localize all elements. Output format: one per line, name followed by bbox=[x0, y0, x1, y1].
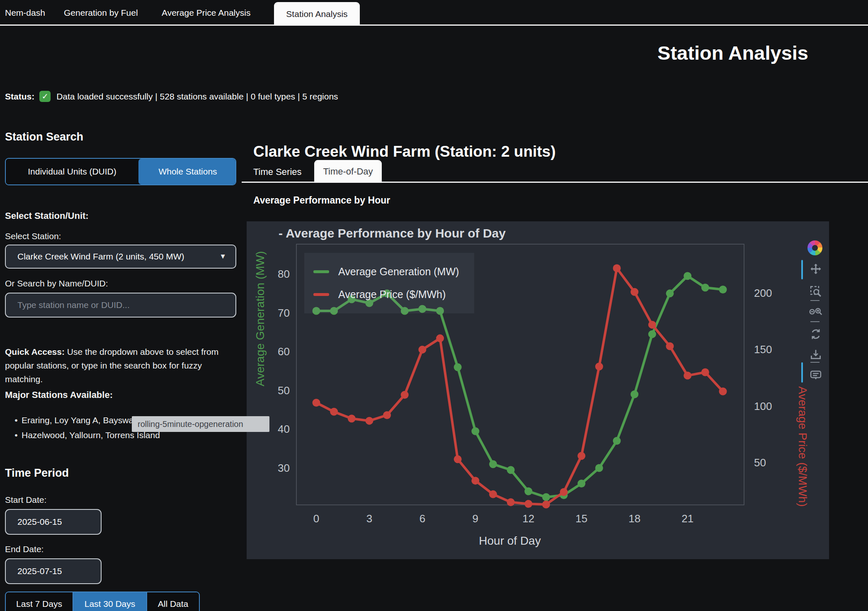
autoscale-icon[interactable] bbox=[807, 326, 824, 342]
date-range-buttons: Last 7 Days Last 30 Days All Data bbox=[5, 592, 200, 611]
svg-text:30: 30 bbox=[278, 462, 290, 474]
svg-text:6: 6 bbox=[419, 512, 425, 525]
svg-text:200: 200 bbox=[754, 287, 772, 299]
section-label: Average Performance by Hour bbox=[253, 195, 390, 206]
modebar-divider bbox=[810, 300, 820, 301]
legend-item-price[interactable]: Average Price ($/MWh) bbox=[313, 289, 474, 301]
chart-legend: Average Generation (MW) Average Price ($… bbox=[304, 253, 474, 313]
modebar-divider bbox=[810, 362, 820, 363]
status-label: Status: bbox=[5, 92, 34, 102]
hover-tooltip: rolling-5minute-opgeneration bbox=[132, 416, 269, 432]
svg-text:21: 21 bbox=[681, 512, 693, 525]
chevron-down-icon: ▼ bbox=[219, 252, 226, 261]
hover-toggle-icon[interactable] bbox=[807, 367, 824, 384]
generation-line-swatch bbox=[313, 270, 329, 273]
legend-label: Average Price ($/MWh) bbox=[338, 289, 446, 301]
quick-access-note: Quick Access: Use the dropdown above to … bbox=[5, 345, 237, 386]
tab-time-of-day[interactable]: Time-of-Day bbox=[314, 160, 382, 183]
zoom-out-icon[interactable] bbox=[807, 303, 824, 320]
end-date-input[interactable] bbox=[5, 558, 102, 584]
station-heading: Clarke Creek Wind Farm (Station: 2 units… bbox=[253, 143, 556, 160]
check-icon: ✓ bbox=[39, 91, 51, 102]
unit-mode-toggle: Individual Units (DUID) Whole Stations bbox=[5, 158, 236, 185]
pan-icon[interactable] bbox=[807, 261, 824, 278]
svg-text:40: 40 bbox=[278, 423, 290, 435]
end-date-label: End Date: bbox=[5, 544, 44, 554]
bullet-icon: • bbox=[11, 413, 22, 428]
start-date-input[interactable] bbox=[5, 509, 102, 535]
svg-text:100: 100 bbox=[754, 400, 772, 412]
time-period-heading: Time Period bbox=[5, 467, 69, 480]
download-icon[interactable] bbox=[807, 347, 824, 363]
select-station-unit-label: Select Station/Unit: bbox=[5, 211, 89, 221]
last-7-days-button[interactable]: Last 7 Days bbox=[6, 592, 73, 611]
legend-label: Average Generation (MW) bbox=[338, 266, 459, 278]
modebar-active-indicator bbox=[801, 260, 803, 279]
svg-text:70: 70 bbox=[278, 307, 290, 319]
svg-text:50: 50 bbox=[754, 456, 766, 469]
svg-text:60: 60 bbox=[278, 345, 290, 358]
tab-station-analysis[interactable]: Station Analysis bbox=[274, 2, 360, 26]
station-analysis-page: Nem-dash Generation by Fuel Average Pric… bbox=[0, 0, 868, 611]
svg-text:9: 9 bbox=[473, 512, 478, 525]
last-30-days-button[interactable]: Last 30 Days bbox=[73, 592, 147, 611]
svg-text:3: 3 bbox=[366, 512, 372, 525]
status-bar: Status: ✓ Data loaded successfully | 528… bbox=[5, 91, 338, 102]
legend-item-generation[interactable]: Average Generation (MW) bbox=[313, 266, 474, 278]
search-by-name-label: Or Search by Name/DUID: bbox=[5, 279, 108, 289]
station-search-heading: Station Search bbox=[5, 131, 83, 143]
quick-access-label: Quick Access: bbox=[5, 347, 65, 356]
major-stations-item-1: Eraring, Loy Yang A, Bayswater bbox=[22, 413, 144, 428]
whole-stations-button[interactable]: Whole Stations bbox=[138, 159, 236, 184]
page-title: Station Analysis bbox=[657, 41, 808, 64]
box-zoom-icon[interactable] bbox=[807, 283, 824, 300]
svg-text:50: 50 bbox=[278, 384, 290, 397]
tab-generation-by-fuel[interactable]: Generation by Fuel bbox=[64, 0, 138, 26]
individual-units-button[interactable]: Individual Units (DUID) bbox=[6, 159, 138, 184]
station-dropdown[interactable]: Clarke Creek Wind Farm (2 units, 450 MW)… bbox=[5, 245, 236, 269]
modebar-active-indicator bbox=[801, 362, 803, 383]
station-search-input[interactable] bbox=[5, 293, 236, 318]
tab-average-price-analysis[interactable]: Average Price Analysis bbox=[162, 0, 250, 26]
svg-text:15: 15 bbox=[575, 512, 587, 525]
tab-time-series[interactable]: Time Series bbox=[253, 162, 302, 182]
station-dropdown-value: Clarke Creek Wind Farm (2 units, 450 MW) bbox=[17, 252, 219, 262]
svg-text:150: 150 bbox=[754, 343, 772, 356]
bullet-icon: • bbox=[11, 428, 22, 443]
chart-panel: - Average Performance by Hour of Day Ave… bbox=[247, 221, 829, 559]
plotly-logo-icon[interactable] bbox=[807, 240, 822, 255]
status-text: Data loaded successfully | 528 stations … bbox=[56, 92, 338, 102]
all-data-button[interactable]: All Data bbox=[147, 592, 199, 611]
tab-nem-dash[interactable]: Nem-dash bbox=[5, 0, 45, 26]
svg-text:Hour of Day: Hour of Day bbox=[479, 534, 541, 547]
major-stations-label: Major Stations Available: bbox=[5, 390, 113, 400]
select-station-label: Select Station: bbox=[5, 231, 61, 241]
price-line-swatch bbox=[313, 293, 329, 296]
start-date-label: Start Date: bbox=[5, 495, 46, 505]
svg-text:80: 80 bbox=[278, 268, 290, 280]
svg-text:0: 0 bbox=[313, 512, 319, 525]
modebar-divider bbox=[810, 321, 820, 322]
svg-text:18: 18 bbox=[628, 512, 640, 525]
svg-text:12: 12 bbox=[522, 512, 534, 525]
